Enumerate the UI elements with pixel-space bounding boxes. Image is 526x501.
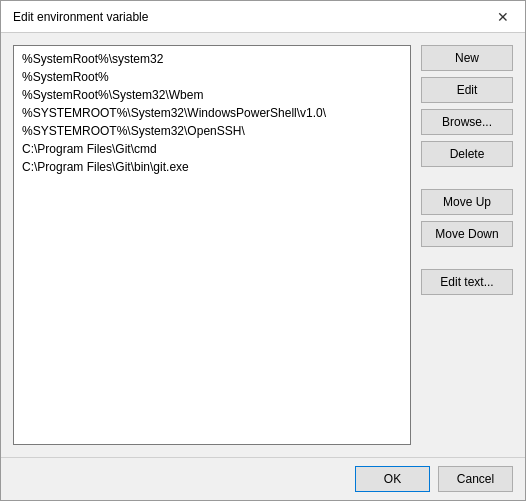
move-up-button[interactable]: Move Up	[421, 189, 513, 215]
list-item[interactable]: %SystemRoot%	[14, 68, 410, 86]
env-var-list[interactable]: %SystemRoot%\system32%SystemRoot%%System…	[13, 45, 411, 445]
close-button[interactable]: ✕	[493, 10, 513, 24]
action-buttons: New Edit Browse... Delete Move Up Move D…	[421, 45, 513, 445]
dialog-body: %SystemRoot%\system32%SystemRoot%%System…	[1, 33, 525, 457]
browse-button[interactable]: Browse...	[421, 109, 513, 135]
list-item[interactable]: %SystemRoot%\system32	[14, 50, 410, 68]
list-item[interactable]: C:\Program Files\Git\bin\git.exe	[14, 158, 410, 176]
edit-text-button[interactable]: Edit text...	[421, 269, 513, 295]
cancel-button[interactable]: Cancel	[438, 466, 513, 492]
list-item[interactable]: %SYSTEMROOT%\System32\WindowsPowerShell\…	[14, 104, 410, 122]
spacer-2	[421, 253, 513, 263]
spacer-1	[421, 173, 513, 183]
list-item[interactable]: C:\Program Files\Git\cmd	[14, 140, 410, 158]
new-button[interactable]: New	[421, 45, 513, 71]
move-down-button[interactable]: Move Down	[421, 221, 513, 247]
title-bar: Edit environment variable ✕	[1, 1, 525, 33]
list-item[interactable]: %SYSTEMROOT%\System32\OpenSSH\	[14, 122, 410, 140]
dialog-title: Edit environment variable	[13, 10, 148, 24]
edit-button[interactable]: Edit	[421, 77, 513, 103]
edit-env-var-dialog: Edit environment variable ✕ %SystemRoot%…	[0, 0, 526, 501]
dialog-footer: OK Cancel	[1, 457, 525, 500]
delete-button[interactable]: Delete	[421, 141, 513, 167]
list-item[interactable]: %SystemRoot%\System32\Wbem	[14, 86, 410, 104]
ok-button[interactable]: OK	[355, 466, 430, 492]
